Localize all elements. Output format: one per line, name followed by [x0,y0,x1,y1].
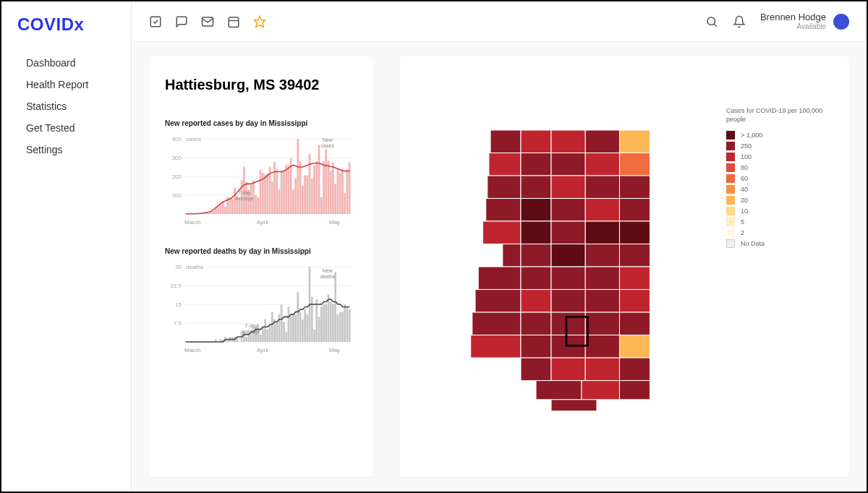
svg-text:March: March [184,219,200,226]
page-title: Hattiesburg, MS 39402 [165,77,357,93]
svg-rect-64 [294,179,297,214]
bell-icon[interactable] [733,15,746,28]
legend-label: 10 [741,207,748,215]
svg-rect-205 [551,221,585,244]
check-square-icon[interactable] [149,15,162,28]
svg-text:March: March [184,347,200,353]
nav-item-dashboard[interactable]: Dashboard [10,52,122,74]
svg-text:400: 400 [172,136,182,142]
svg-rect-54 [271,181,273,215]
svg-rect-61 [288,165,290,214]
svg-rect-163 [320,306,323,342]
svg-rect-34 [224,207,226,214]
svg-rect-140 [266,330,268,342]
svg-rect-65 [297,139,299,214]
svg-rect-82 [337,169,339,214]
legend-swatch [726,207,735,215]
svg-rect-196 [585,176,619,199]
search-icon[interactable] [705,15,718,28]
brand-logo: COVIDx [1,14,131,52]
state-map [421,78,726,455]
svg-rect-71 [311,179,313,214]
svg-rect-77 [325,149,327,214]
legend-swatch [726,153,735,161]
svg-text:deaths: deaths [186,264,203,270]
chart-cases: New reported cases by day in Mississippi… [165,119,357,226]
legend-swatch [726,228,735,237]
svg-rect-73 [315,161,318,214]
svg-rect-30 [215,208,217,214]
svg-rect-186 [585,130,619,153]
legend-label: 100 [741,153,752,160]
legend-swatch [726,185,735,194]
svg-rect-173 [344,304,346,342]
svg-rect-218 [619,267,650,290]
chart-deaths-title: New reported deaths by day in Mississipp… [165,247,357,255]
avatar [833,14,849,30]
nav-item-settings[interactable]: Settings [10,139,122,160]
mail-icon[interactable] [201,15,214,28]
svg-rect-155 [302,320,304,342]
svg-rect-217 [585,267,619,290]
legend-label: > 1,000 [741,132,762,139]
chat-icon[interactable] [175,15,188,28]
svg-rect-167 [330,302,332,342]
svg-rect-0 [150,17,161,27]
svg-rect-200 [551,199,585,222]
svg-text:New: New [323,268,333,273]
legend-label: 5 [741,218,744,226]
svg-rect-144 [276,322,278,342]
svg-text:New: New [323,137,333,142]
svg-rect-86 [346,169,349,214]
svg-rect-238 [536,381,582,400]
svg-rect-56 [276,169,278,214]
svg-rect-156 [304,309,306,342]
legend-swatch [726,163,735,172]
svg-rect-152 [294,314,297,342]
svg-rect-150 [290,317,292,342]
svg-rect-208 [480,244,503,267]
svg-rect-141 [269,325,271,342]
svg-rect-159 [311,297,313,342]
svg-rect-84 [341,169,344,214]
svg-rect-31 [217,207,219,214]
svg-text:April: April [257,219,268,226]
svg-rect-69 [306,176,308,214]
svg-rect-148 [285,332,287,342]
legend-label: 40 [741,186,748,193]
user-status: Available [760,22,826,31]
svg-rect-75 [320,197,323,214]
svg-rect-139 [264,320,266,342]
nav-item-health-report[interactable]: Health Report [10,74,122,95]
chart-deaths: New reported deaths by day in Mississipp… [165,247,357,353]
svg-rect-232 [585,335,619,359]
svg-rect-210 [521,244,551,267]
svg-rect-166 [328,294,330,342]
user-menu[interactable]: Brennen Hodge Available [760,12,849,32]
svg-rect-219 [475,290,521,313]
nav: Dashboard Health Report Statistics Get T… [1,52,131,160]
svg-rect-29 [213,210,215,214]
svg-rect-214 [478,267,521,290]
nav-item-get-tested[interactable]: Get Tested [10,117,122,139]
nav-item-statistics[interactable]: Statistics [10,95,122,117]
calendar-icon[interactable] [227,15,240,28]
legend-row: 250 [726,142,827,150]
svg-text:deaths: deaths [320,274,336,279]
svg-rect-195 [551,176,585,199]
star-icon[interactable] [253,15,266,28]
svg-rect-67 [302,186,304,214]
svg-rect-199 [521,199,551,222]
svg-text:average: average [242,329,260,335]
svg-rect-190 [551,153,585,176]
svg-rect-197 [619,176,650,199]
svg-rect-49 [260,170,262,214]
legend-swatch [726,218,735,226]
legend-swatch [726,131,735,140]
svg-rect-240 [619,381,650,400]
legend-row: 100 [726,153,827,161]
svg-rect-206 [585,221,619,244]
svg-rect-204 [521,221,551,244]
legend-row: 40 [726,185,827,194]
sidebar: COVIDx Dashboard Health Report Statistic… [1,1,132,492]
